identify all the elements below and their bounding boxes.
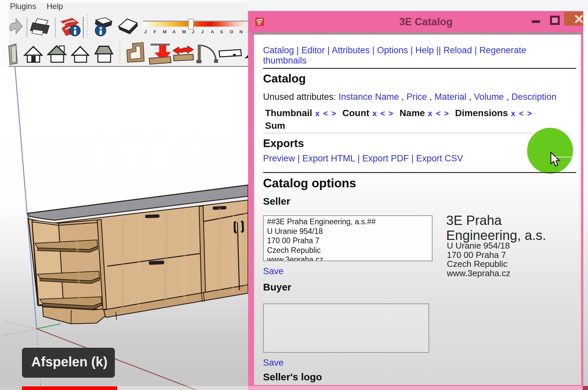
svg-text:A: A <box>211 29 214 34</box>
svg-text:N: N <box>239 29 243 34</box>
svg-text:S: S <box>220 29 223 34</box>
svg-text:J: J <box>201 29 204 34</box>
svg-text:M: M <box>163 29 166 34</box>
svg-text:M: M <box>182 29 186 34</box>
svg-text:A: A <box>172 29 176 34</box>
svg-text:F: F <box>153 29 156 34</box>
svg-text:J: J <box>192 29 194 34</box>
svg-text:J: J <box>144 29 147 34</box>
svg-text:O: O <box>230 29 233 34</box>
